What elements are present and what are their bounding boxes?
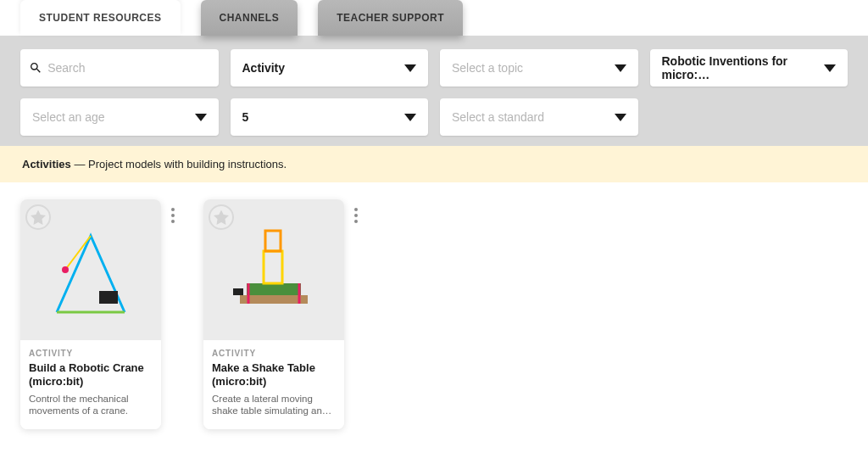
- filter-topic[interactable]: Select a topic: [440, 49, 638, 87]
- card-menu-button[interactable]: [349, 204, 363, 226]
- crane-illustration: [40, 219, 142, 321]
- shake-table-illustration: [223, 219, 325, 321]
- filter-standard[interactable]: Select a standard: [440, 98, 638, 136]
- svg-rect-8: [233, 288, 243, 295]
- tab-label: TEACHER SUPPORT: [337, 12, 444, 24]
- filter-bar: Activity Select a topic Robotic Inventio…: [0, 36, 868, 146]
- svg-rect-6: [264, 251, 282, 283]
- favorite-star-button[interactable]: [25, 204, 51, 230]
- svg-rect-1: [99, 291, 118, 304]
- info-strip-bold: Activities: [22, 158, 71, 171]
- chevron-down-icon: [195, 114, 207, 121]
- star-icon: [214, 210, 229, 225]
- chevron-down-icon: [615, 64, 626, 72]
- favorite-star-button[interactable]: [209, 204, 234, 230]
- card-type-label: ACTIVITY: [29, 349, 153, 358]
- dot-icon: [354, 220, 358, 223]
- chevron-down-icon: [824, 64, 836, 72]
- filter-grade-value: 5: [242, 110, 249, 124]
- chevron-down-icon: [404, 64, 416, 72]
- activity-card[interactable]: ACTIVITY Build a Robotic Crane (micro:bi…: [20, 199, 161, 429]
- card-thumbnail: [20, 199, 161, 340]
- activity-card-wrap: ACTIVITY Build a Robotic Crane (micro:bi…: [20, 199, 180, 429]
- svg-point-0: [62, 266, 69, 273]
- filter-type[interactable]: Activity: [231, 49, 429, 87]
- svg-rect-7: [265, 231, 281, 251]
- filter-topic-placeholder: Select a topic: [452, 61, 523, 75]
- filter-age[interactable]: Select an age: [20, 98, 219, 136]
- tab-label: CHANNELS: [220, 12, 280, 24]
- tab-teacher-support[interactable]: TEACHER SUPPORT: [318, 0, 463, 36]
- dot-icon: [354, 208, 358, 211]
- search-icon: [29, 60, 42, 75]
- search-box[interactable]: [20, 49, 219, 87]
- card-menu-button[interactable]: [166, 204, 180, 226]
- filter-grade[interactable]: 5: [231, 98, 429, 136]
- chevron-down-icon: [404, 114, 416, 121]
- star-icon: [31, 210, 46, 225]
- card-type-label: ACTIVITY: [212, 349, 336, 358]
- card-thumbnail: [203, 199, 344, 340]
- filter-empty-slot: [650, 98, 849, 136]
- dot-icon: [171, 208, 175, 211]
- dot-icon: [171, 220, 175, 223]
- activity-card-wrap: ACTIVITY Make a Shake Table (micro:bit) …: [203, 199, 363, 429]
- chevron-down-icon: [615, 114, 626, 121]
- tab-label: STUDENT RESOURCES: [39, 12, 162, 24]
- card-body: ACTIVITY Build a Robotic Crane (micro:bi…: [20, 340, 161, 429]
- card-title: Make a Shake Table (micro:bit): [212, 361, 336, 389]
- tab-student-resources[interactable]: STUDENT RESOURCES: [20, 0, 181, 36]
- dot-icon: [171, 214, 175, 217]
- card-description: Control the mechanical movements of a cr…: [29, 393, 153, 418]
- card-description: Create a lateral moving shake table simu…: [212, 393, 336, 418]
- info-strip-rest: — Project models with building instructi…: [71, 158, 287, 171]
- info-strip: Activities — Project models with buildin…: [0, 146, 868, 182]
- card-body: ACTIVITY Make a Shake Table (micro:bit) …: [203, 340, 344, 429]
- dot-icon: [354, 214, 358, 217]
- activity-card-row: ACTIVITY Build a Robotic Crane (micro:bi…: [0, 182, 868, 455]
- svg-rect-3: [247, 283, 301, 295]
- filter-type-value: Activity: [242, 61, 286, 75]
- filter-channel-value: Robotic Inventions for micro:…: [662, 54, 825, 81]
- filter-standard-placeholder: Select a standard: [452, 110, 544, 124]
- filter-channel[interactable]: Robotic Inventions for micro:…: [650, 49, 849, 87]
- tab-channels[interactable]: CHANNELS: [201, 0, 298, 36]
- filter-age-placeholder: Select an age: [32, 110, 105, 124]
- search-input[interactable]: [47, 61, 209, 75]
- tabs-row: STUDENT RESOURCES CHANNELS TEACHER SUPPO…: [0, 0, 868, 36]
- card-title: Build a Robotic Crane (micro:bit): [29, 361, 153, 389]
- svg-rect-2: [240, 295, 308, 304]
- activity-card[interactable]: ACTIVITY Make a Shake Table (micro:bit) …: [203, 199, 344, 429]
